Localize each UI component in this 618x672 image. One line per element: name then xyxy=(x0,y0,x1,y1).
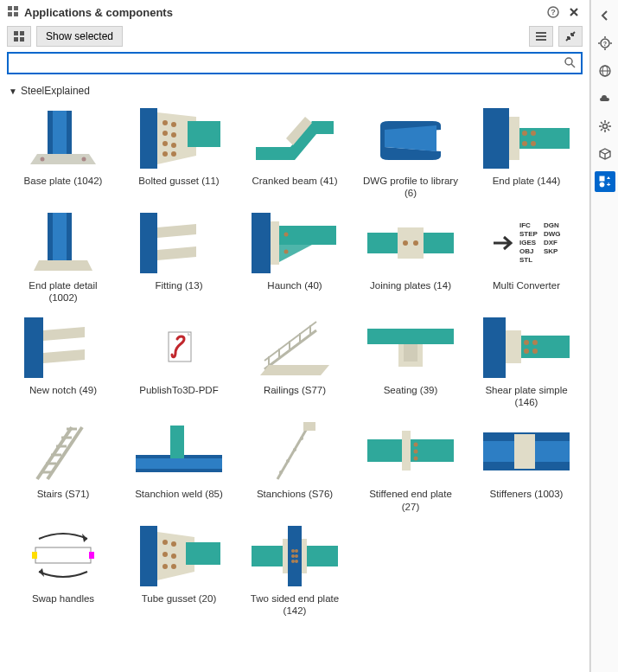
thumbnail-icon xyxy=(252,417,338,486)
group-header[interactable]: ▼ SteelExplained xyxy=(7,83,583,102)
svg-rect-110 xyxy=(32,552,37,559)
svg-rect-2 xyxy=(8,12,12,16)
svg-text:SKP: SKP xyxy=(544,247,558,255)
svg-point-35 xyxy=(522,131,527,136)
thumbnail-label: Stiffened end plate (27) xyxy=(363,488,458,513)
svg-point-50 xyxy=(284,249,289,253)
svg-point-104 xyxy=(414,457,418,461)
thumbnail-icon xyxy=(20,522,106,591)
svg-rect-9 xyxy=(20,37,24,42)
svg-rect-46 xyxy=(271,221,279,265)
svg-rect-78 xyxy=(483,317,506,378)
component-cranked-beam[interactable]: Cranked beam (41) xyxy=(239,102,351,202)
components-tab-button[interactable]: + xyxy=(595,171,615,192)
thumbnail-icon xyxy=(136,208,222,278)
list-view-button[interactable] xyxy=(529,26,553,47)
collapse-button[interactable] xyxy=(558,26,583,47)
component-stiffened-end-plate[interactable]: Stiffened end plate (27) xyxy=(354,415,467,515)
thumbnail-label: Multi Converter xyxy=(493,279,560,304)
thumbnail-icon xyxy=(136,417,222,486)
thumbnail-label: Stiffeners (1003) xyxy=(490,488,564,512)
component-end-plate-detail[interactable]: End plate detail (1002) xyxy=(7,207,119,306)
thumbnail-label: Base plate (1042) xyxy=(24,175,103,199)
svg-rect-92 xyxy=(136,458,222,469)
svg-rect-116 xyxy=(186,542,220,565)
svg-point-82 xyxy=(532,340,538,345)
svg-rect-124 xyxy=(283,539,288,573)
close-button[interactable] xyxy=(565,3,583,21)
component-new-notch[interactable]: New notch (49) xyxy=(7,311,119,411)
cube-button[interactable] xyxy=(595,144,615,164)
component-fitting[interactable]: Fitting (13) xyxy=(123,207,235,306)
component-two-sided-end-plate[interactable]: Two sided end plate (142) xyxy=(239,520,351,619)
thumbnail-label: Bolted gusset (11) xyxy=(138,175,219,199)
globe-button[interactable] xyxy=(595,61,615,81)
component-multi-converter[interactable]: IFCSTEPIGESOBJSTLDGNDWGDXFSKP Multi Conv… xyxy=(470,207,583,306)
thumbnail-icon xyxy=(367,313,454,382)
component-base-plate[interactable]: Base plate (1042) xyxy=(7,102,119,202)
thumbnail-icon xyxy=(483,313,570,382)
svg-point-120 xyxy=(171,554,176,559)
component-dwg-profile[interactable]: DWG profile to library (6) xyxy=(354,102,467,202)
svg-point-37 xyxy=(522,141,527,146)
thumbnail-label: Stanchions (S76) xyxy=(257,488,333,512)
component-stiffeners[interactable]: Stiffeners (1003) xyxy=(470,415,583,515)
component-railings[interactable]: Railings (S77) xyxy=(239,311,351,411)
thumbnail-label: Fitting (13) xyxy=(156,279,203,304)
thumbnail-label: Cranked beam (41) xyxy=(252,175,337,199)
svg-point-118 xyxy=(171,541,176,547)
svg-text:DWG: DWG xyxy=(544,230,561,238)
svg-point-133 xyxy=(295,560,298,563)
component-stairs[interactable]: Stairs (S71) xyxy=(7,415,119,515)
thumbnail-icon xyxy=(367,208,454,278)
thumbnail-icon xyxy=(20,417,106,486)
thumbnail-label: DWG profile to library (6) xyxy=(363,175,458,200)
component-end-plate[interactable]: End plate (144) xyxy=(470,102,583,202)
grid-view-button[interactable] xyxy=(7,26,31,47)
search-icon xyxy=(564,56,576,71)
content-area: ▼ SteelExplained Base plate (1042) Bolte… xyxy=(0,80,589,672)
component-stanchions[interactable]: Stanchions (S76) xyxy=(239,415,351,515)
svg-rect-127 xyxy=(307,546,338,566)
component-tube-gusset[interactable]: Tube gusset (20) xyxy=(123,520,235,619)
cloud-button[interactable] xyxy=(595,88,615,109)
svg-point-49 xyxy=(284,232,289,236)
svg-text:IFC: IFC xyxy=(519,221,531,229)
search-box[interactable] xyxy=(7,52,583,74)
thumbnail-icon xyxy=(252,313,338,382)
gear-button[interactable] xyxy=(595,116,615,137)
svg-point-25 xyxy=(171,132,176,138)
component-haunch[interactable]: Haunch (40) xyxy=(239,207,351,306)
component-publish-3d-pdf[interactable]: PublishTo3D-PDF xyxy=(123,311,235,411)
svg-text:?: ? xyxy=(602,41,606,47)
thumbnail-icon xyxy=(20,104,106,173)
show-selected-button[interactable]: Show selected xyxy=(36,26,123,47)
component-bolted-gusset[interactable]: Bolted gusset (11) xyxy=(123,102,235,202)
svg-rect-1 xyxy=(14,6,18,10)
thumbnail-icon xyxy=(136,104,222,173)
svg-rect-111 xyxy=(89,552,94,559)
svg-rect-99 xyxy=(367,439,402,462)
svg-marker-149 xyxy=(607,176,610,179)
svg-point-96 xyxy=(293,448,296,451)
settings-help-button[interactable]: ? xyxy=(595,33,615,54)
svg-rect-33 xyxy=(509,117,519,160)
svg-rect-98 xyxy=(303,422,315,431)
expand-right-button[interactable] xyxy=(595,5,615,26)
help-button[interactable]: ? xyxy=(545,3,562,21)
svg-line-145 xyxy=(608,129,609,131)
svg-rect-100 xyxy=(402,431,411,470)
component-joining-plates[interactable]: Joining plates (14) xyxy=(354,207,467,306)
search-input[interactable] xyxy=(14,57,564,69)
svg-rect-12 xyxy=(536,39,546,41)
component-seating[interactable]: Seating (39) xyxy=(354,311,467,411)
thumbnail-icon xyxy=(367,417,454,486)
thumbnail-label: Stairs (S71) xyxy=(37,488,90,512)
component-stanchion-weld[interactable]: Stanchion weld (85) xyxy=(123,415,235,515)
thumbnail-label: Seating (39) xyxy=(384,384,438,408)
svg-point-24 xyxy=(162,131,168,136)
svg-marker-43 xyxy=(157,224,196,238)
component-swap-handles[interactable]: Swap handles xyxy=(7,520,119,619)
svg-rect-75 xyxy=(367,329,454,344)
component-shear-plate-simple[interactable]: Shear plate simple (146) xyxy=(470,311,583,411)
